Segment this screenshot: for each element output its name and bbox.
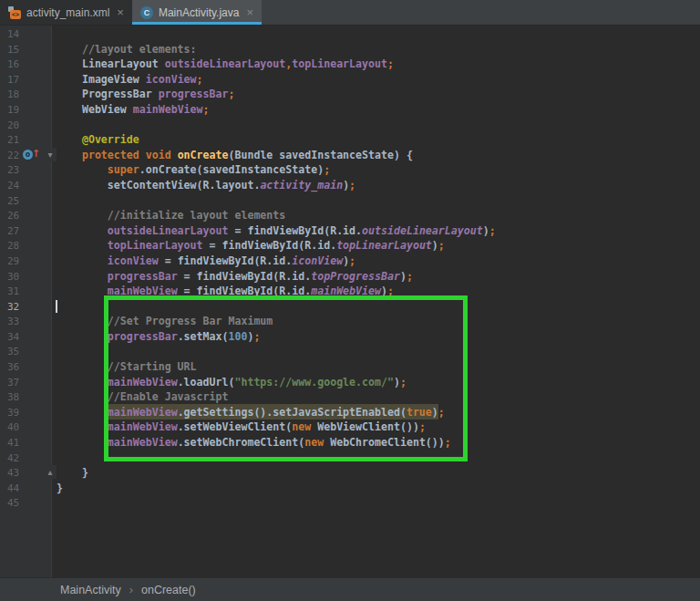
breadcrumb-bar: MainActivity › onCreate() [0,577,700,601]
line-number[interactable]: 27 [7,224,27,238]
line-number[interactable]: 34 [7,330,27,344]
code-text[interactable]: //layout elements: [57,42,197,57]
code-line[interactable]: 17 ImageView iconView; [0,72,700,88]
line-number[interactable]: 30 [7,270,27,284]
code-editor[interactable]: 1415 //layout elements:16 LinearLayout o… [0,26,700,577]
code-line[interactable]: 41 mainWebView.setWebChromeClient(new We… [0,435,700,451]
line-number[interactable]: 43 [7,466,27,480]
code-line[interactable]: 23 super.onCreate(savedInstanceState); [0,162,700,178]
code-line[interactable]: 29 iconView = findViewById(R.id.iconView… [0,254,700,269]
line-number[interactable]: 36 [7,360,27,374]
line-number[interactable]: 42 [7,451,27,465]
code-line[interactable]: 24 setContentView(R.layout.activity_main… [0,178,700,193]
code-line[interactable]: 20 [0,118,700,133]
line-number[interactable]: 44 [7,482,27,495]
code-line[interactable]: 37 mainWebView.loadUrl("https://www.goog… [0,375,700,390]
code-text[interactable]: WebView mainWebView; [57,102,210,118]
code-line[interactable]: 16 LinearLayout outsideLinearLayout,topL… [0,57,700,72]
tab-label: MainActivity.java [159,6,239,19]
code-line[interactable]: 21 @Override [0,132,700,148]
code-line[interactable]: 45 [0,495,700,511]
code-line[interactable]: 32 [0,299,700,315]
close-tab-icon[interactable]: × [246,6,253,18]
code-text[interactable]: progressBar.setMax(100); [57,329,260,345]
code-text[interactable]: //initialize layout elements [57,208,285,223]
line-number[interactable]: 28 [7,239,27,253]
line-number[interactable]: 35 [7,345,27,358]
code-line[interactable]: 25 [0,193,700,209]
line-number[interactable]: 32 [7,300,27,314]
code-text[interactable]: ImageView iconView; [57,72,203,88]
code-text[interactable]: mainWebView.setWebChromeClient(new WebCh… [57,435,451,451]
code-text[interactable]: super.onCreate(savedInstanceState); [57,162,330,178]
line-number[interactable]: 33 [7,315,27,328]
code-line[interactable]: 40 mainWebView.setWebViewClient(new WebV… [0,420,700,435]
line-number[interactable]: 29 [7,254,27,268]
code-text[interactable]: iconView = findViewById(R.id.iconView); [57,254,355,269]
line-number[interactable]: 17 [7,73,27,87]
tab-activity-main-xml[interactable]: <> activity_main.xml × [0,0,132,25]
code-text[interactable]: outsideLinearLayout = findViewById(R.id.… [57,223,496,239]
code-text[interactable]: mainWebView.loadUrl("https://www.google.… [57,375,407,390]
code-line[interactable]: 38 //Enable Javascript [0,389,700,405]
line-number[interactable]: 25 [7,194,27,208]
line-number[interactable]: 38 [7,390,27,404]
line-number[interactable]: 14 [7,27,27,41]
code-line[interactable]: 39 mainWebView.getSettings().setJavaScri… [0,405,700,420]
code-text[interactable]: setContentView(R.layout.activity_main); [57,178,355,193]
code-text[interactable]: mainWebView = findViewById(R.id.mainWebV… [57,284,394,299]
code-lines: 1415 //layout elements:16 LinearLayout o… [0,26,700,511]
line-number[interactable]: 18 [7,88,27,101]
code-text[interactable]: mainWebView.getSettings().setJavaScriptE… [57,405,445,420]
line-number[interactable]: 40 [7,420,27,434]
code-line[interactable]: 26 //initialize layout elements [0,208,700,223]
code-text[interactable]: } [57,481,63,496]
line-number[interactable]: 31 [7,285,27,298]
code-text[interactable]: //Set Progress Bar Maximum [57,314,273,329]
code-line[interactable]: 15 //layout elements: [0,42,700,57]
fold-region-start-icon[interactable]: ▾ [44,148,57,161]
code-text[interactable]: progressBar = findViewById(R.id.topProgr… [57,269,413,285]
line-number[interactable]: 16 [7,57,27,71]
code-line[interactable]: 22o↑▾ protected void onCreate(Bundle sav… [0,148,700,163]
close-tab-icon[interactable]: × [117,6,124,18]
code-text[interactable]: mainWebView.setWebViewClient(new WebView… [57,420,426,435]
code-line[interactable]: 18 ProgressBar progressBar; [0,87,700,102]
code-line[interactable]: 43▴ } [0,465,700,481]
code-text[interactable]: topLinearLayout = findViewById(R.id.topL… [57,238,445,254]
code-line[interactable]: 34 progressBar.setMax(100); [0,329,700,345]
code-text[interactable]: //Enable Javascript [57,389,228,405]
code-text[interactable]: protected void onCreate(Bundle savedInst… [57,148,413,163]
code-line[interactable]: 42 [0,451,700,466]
code-line[interactable]: 33 //Set Progress Bar Maximum [0,314,700,329]
code-line[interactable]: 36 //Starting URL [0,359,700,375]
breadcrumb-class[interactable]: MainActivity [60,584,121,596]
code-text[interactable]: //Starting URL [57,359,197,375]
line-number[interactable]: 41 [7,436,27,450]
line-number[interactable]: 26 [7,209,27,223]
code-line[interactable]: 14 [0,26,700,42]
code-line[interactable]: 30 progressBar = findViewById(R.id.topPr… [0,269,700,285]
line-number[interactable]: 23 [7,163,27,177]
code-line[interactable]: 35 [0,344,700,359]
code-text[interactable]: @Override [57,132,139,148]
code-text[interactable]: ProgressBar progressBar; [57,87,234,102]
tab-mainactivity-java[interactable]: C MainActivity.java × [132,0,262,25]
code-text[interactable]: } [57,465,88,481]
line-number[interactable]: 15 [7,43,27,57]
code-line[interactable]: 19 WebView mainWebView; [0,102,700,118]
breadcrumb-method[interactable]: onCreate() [141,584,196,596]
line-number[interactable]: 21 [7,133,27,147]
line-number[interactable]: 24 [7,179,27,192]
code-line[interactable]: 31 mainWebView = findViewById(R.id.mainW… [0,284,700,299]
code-line[interactable]: 27 outsideLinearLayout = findViewById(R.… [0,223,700,239]
line-number[interactable]: 19 [7,103,27,117]
code-text[interactable]: LinearLayout outsideLinearLayout,topLine… [57,57,394,72]
code-line[interactable]: 44} [0,481,700,496]
line-number[interactable]: 20 [7,119,27,132]
line-number[interactable]: 37 [7,376,27,389]
code-line[interactable]: 28 topLinearLayout = findViewById(R.id.t… [0,238,700,254]
line-number[interactable]: 39 [7,406,27,420]
fold-region-end-icon[interactable]: ▴ [44,465,57,479]
line-number[interactable]: 45 [7,496,27,510]
